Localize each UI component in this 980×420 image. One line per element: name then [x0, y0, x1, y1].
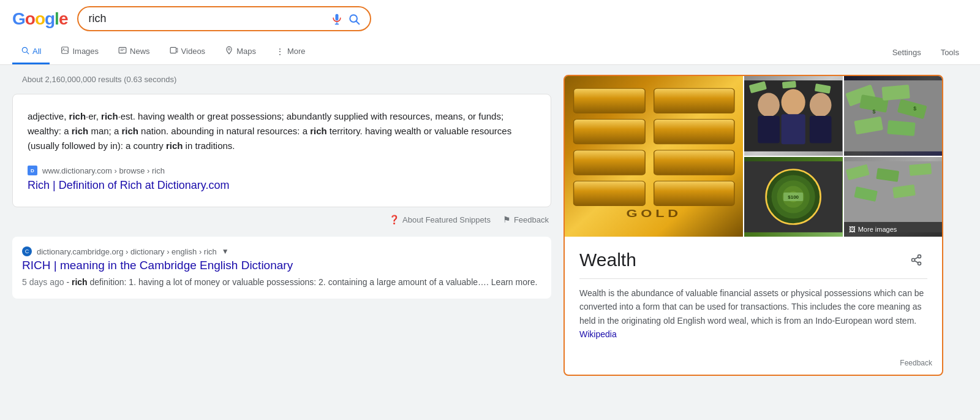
svg-point-11 [228, 48, 230, 50]
result-title[interactable]: RICH | meaning in the Cambridge English … [22, 259, 541, 272]
tools-button[interactable]: Tools [932, 42, 968, 63]
kp-title: Wealth [579, 250, 636, 270]
svg-rect-28 [782, 114, 805, 144]
logo-g2: g [45, 9, 55, 29]
featured-snippet: adjective, rich·er, rich·est. having wea… [12, 94, 551, 207]
svg-point-59 [912, 259, 915, 262]
svg-rect-15 [574, 88, 646, 113]
kp-title-row: Wealth [579, 249, 927, 271]
knowledge-panel: GOLD [564, 75, 943, 376]
svg-rect-21 [574, 181, 646, 205]
svg-rect-17 [574, 120, 646, 144]
more-images-button[interactable]: 🖼 More images [844, 222, 942, 237]
cambridge-favicon: C [22, 246, 32, 256]
svg-rect-37 [881, 85, 910, 101]
svg-rect-40 [887, 120, 915, 136]
kp-feedback-button[interactable]: Feedback [900, 359, 932, 367]
search-result-cambridge: C dictionary.cambridge.org › dictionary … [12, 237, 551, 299]
kp-divider [579, 278, 927, 279]
result-snippet: 5 days ago - rich definition: 1. having … [22, 276, 541, 289]
result-dropdown-arrow[interactable]: ▼ [222, 247, 229, 256]
search-button[interactable] [348, 13, 360, 25]
right-column: GOLD [564, 75, 943, 376]
svg-rect-16 [654, 88, 734, 113]
header-top: Google rich [12, 6, 968, 37]
svg-rect-0 [336, 13, 339, 20]
people-money-image[interactable] [744, 76, 842, 156]
svg-rect-19 [574, 150, 646, 175]
tab-all[interactable]: All [12, 40, 50, 64]
svg-point-25 [758, 93, 780, 117]
wikipedia-link[interactable]: Wikipedia [579, 329, 617, 339]
svg-text:$: $ [872, 109, 875, 115]
svg-rect-20 [654, 150, 734, 175]
nav-right: Settings Tools [884, 42, 968, 63]
more-tab-label: More [287, 47, 306, 56]
search-input[interactable]: rich [88, 12, 326, 25]
more-images-overlay-image[interactable]: 🖼 More images [844, 157, 942, 237]
logo-g: G [12, 9, 25, 29]
image-icon: 🖼 [849, 226, 856, 233]
svg-rect-33 [782, 81, 796, 89]
svg-line-61 [914, 261, 918, 262]
logo-o1: o [25, 9, 35, 29]
result-date: 5 days ago [22, 277, 64, 287]
knowledge-panel-images: GOLD [565, 76, 942, 237]
header: Google rich [0, 0, 980, 65]
more-images-label: More images [858, 226, 897, 233]
svg-rect-18 [654, 120, 734, 144]
result-source-row: C dictionary.cambridge.org › dictionary … [22, 246, 541, 256]
feedback-icon: ⚑ [503, 215, 511, 224]
svg-text:GOLD: GOLD [626, 208, 682, 219]
search-bar[interactable]: rich [77, 6, 371, 31]
money-scatter-image[interactable]: $ $ [844, 76, 942, 156]
gold-bars-image[interactable]: GOLD [565, 76, 743, 237]
svg-point-27 [782, 89, 805, 115]
all-tab-label: All [32, 47, 41, 56]
all-tab-icon [21, 46, 29, 56]
google-logo: Google [12, 9, 67, 29]
settings-button[interactable]: Settings [884, 42, 930, 63]
videos-tab-icon [170, 46, 178, 56]
snippet-feedback-label: Feedback [514, 215, 549, 224]
svg-line-62 [914, 257, 918, 259]
kp-description: Wealth is the abundance of valuable fina… [579, 286, 927, 342]
logo-l: l [55, 9, 59, 29]
tab-news[interactable]: News [110, 40, 159, 64]
snippet-source-url: www.dictionary.com › browse › rich [42, 166, 165, 175]
cambridge-favicon-letter: C [25, 248, 29, 254]
about-snippets-button[interactable]: ❓ About Featured Snippets [389, 215, 491, 224]
about-snippets-label: About Featured Snippets [402, 215, 491, 224]
help-icon: ❓ [389, 215, 399, 224]
tab-maps[interactable]: Maps [216, 40, 265, 64]
images-tab-icon [61, 46, 69, 56]
svg-rect-30 [810, 116, 832, 143]
svg-rect-26 [758, 116, 780, 143]
gold-bars-visual: GOLD [565, 76, 743, 237]
svg-rect-22 [654, 181, 734, 205]
tab-more[interactable]: ⋮ More [267, 40, 314, 64]
tab-videos[interactable]: Videos [161, 40, 214, 64]
snippet-source-link[interactable]: Rich | Definition of Rich at Dictionary.… [28, 179, 229, 191]
kp-footer: Feedback [565, 354, 942, 375]
svg-text:D: D [31, 168, 34, 174]
logo-e: e [59, 9, 68, 29]
tab-images[interactable]: Images [52, 40, 107, 64]
svg-rect-10 [170, 47, 176, 53]
snippet-connector: - [66, 277, 72, 287]
rolled-money-image[interactable]: $100 [744, 157, 842, 237]
results-count: About 2,160,000,000 results (0.63 second… [12, 75, 551, 84]
svg-text:$: $ [913, 105, 916, 112]
snippet-feedback-button[interactable]: ⚑ Feedback [503, 215, 549, 224]
microphone-icon[interactable] [331, 13, 343, 25]
share-button[interactable] [905, 249, 927, 271]
svg-rect-7 [119, 47, 126, 53]
news-tab-label: News [130, 47, 150, 56]
images-tab-label: Images [72, 47, 99, 56]
svg-line-4 [27, 52, 29, 54]
svg-point-29 [810, 93, 832, 117]
maps-tab-label: Maps [236, 47, 256, 56]
snippet-footer: ❓ About Featured Snippets ⚑ Feedback [12, 215, 551, 224]
svg-line-2 [356, 21, 360, 24]
snippet-source: D www.dictionary.com › browse › rich [28, 166, 536, 175]
